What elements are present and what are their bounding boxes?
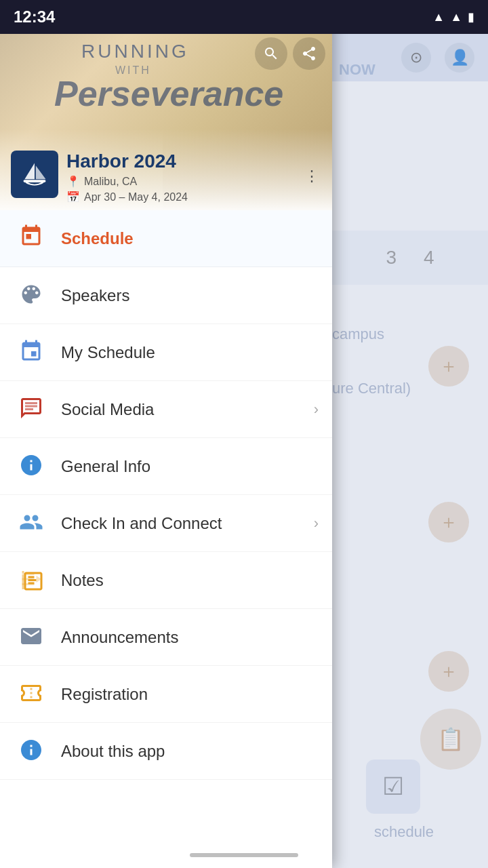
- wifi-icon: ▲: [432, 10, 445, 24]
- check-in-icon: [19, 510, 43, 537]
- drawer: RUNNING WITH Perseverance: [0, 0, 332, 868]
- notes-icon-wrap: [14, 563, 49, 598]
- check-in-icon-wrap: [14, 506, 49, 541]
- status-bar: 12:34 ▲ ▲ ▮: [0, 0, 488, 34]
- conf-dates: 📅 Apr 30 – May 4, 2024: [66, 191, 188, 203]
- sidebar-item-general-info[interactable]: General Info: [0, 438, 332, 495]
- menu-list: Schedule Speakers My S: [0, 210, 332, 868]
- status-icons: ▲ ▲ ▮: [432, 9, 474, 24]
- social-icon: [19, 396, 43, 423]
- sidebar-item-registration[interactable]: Registration: [0, 666, 332, 723]
- notes-label: Notes: [61, 571, 319, 590]
- sidebar-item-speakers[interactable]: Speakers: [0, 267, 332, 324]
- general-info-icon: [19, 453, 43, 480]
- check-in-chevron-icon: ›: [314, 515, 319, 532]
- search-icon: [263, 45, 279, 62]
- conf-logo: [11, 151, 58, 198]
- notes-icon: [19, 567, 43, 594]
- social-media-label: Social Media: [61, 400, 314, 419]
- speakers-label: Speakers: [61, 286, 319, 305]
- schedule-label: Schedule: [61, 229, 319, 248]
- home-indicator: [190, 853, 298, 857]
- general-info-icon-wrap: [14, 449, 49, 484]
- dim-overlay: [332, 0, 488, 868]
- banner-perseverance-text: Perseverance: [54, 75, 283, 113]
- conf-title: Harbor 2024: [66, 151, 188, 172]
- more-options-button[interactable]: ⋮: [298, 163, 325, 190]
- sidebar-item-check-in[interactable]: Check In and Connect ›: [0, 495, 332, 552]
- general-info-label: General Info: [61, 457, 319, 476]
- share-button[interactable]: [293, 37, 325, 70]
- social-chevron-icon: ›: [314, 401, 319, 418]
- sidebar-item-my-schedule[interactable]: My Schedule: [0, 324, 332, 381]
- calendar-small-icon: 📅: [66, 191, 80, 203]
- conf-info: Harbor 2024 📍 Malibu, CA 📅 Apr 30 – May …: [11, 151, 291, 203]
- announcements-icon-wrap: [14, 620, 49, 655]
- signal-icon: ▲: [450, 10, 462, 24]
- speakers-icon-wrap: [14, 278, 49, 313]
- my-schedule-label: My Schedule: [61, 343, 319, 362]
- location-icon: 📍: [66, 175, 80, 188]
- check-in-label: Check In and Connect: [61, 514, 314, 533]
- sidebar-item-about[interactable]: About this app: [0, 723, 332, 780]
- announcements-icon: [19, 624, 43, 651]
- my-schedule-icon: [19, 339, 43, 366]
- header-actions: [255, 37, 325, 70]
- sidebar-item-social-media[interactable]: Social Media ›: [0, 381, 332, 438]
- my-schedule-icon-wrap: [14, 335, 49, 370]
- sailboat-icon: [20, 159, 49, 189]
- registration-label: Registration: [61, 685, 319, 704]
- conf-details: Harbor 2024 📍 Malibu, CA 📅 Apr 30 – May …: [66, 151, 188, 203]
- banner-running-text: RUNNING: [81, 41, 189, 62]
- registration-icon: [19, 681, 43, 708]
- announcements-label: Announcements: [61, 628, 319, 647]
- battery-icon: ▮: [468, 9, 474, 24]
- search-button[interactable]: [255, 37, 287, 70]
- share-icon: [301, 45, 317, 62]
- status-time: 12:34: [14, 7, 55, 26]
- sidebar-item-notes[interactable]: Notes: [0, 552, 332, 609]
- social-icon-wrap: [14, 392, 49, 427]
- sidebar-item-announcements[interactable]: Announcements: [0, 609, 332, 666]
- about-icon: [19, 738, 43, 765]
- registration-icon-wrap: [14, 677, 49, 712]
- sidebar-item-schedule[interactable]: Schedule: [0, 210, 332, 267]
- conf-location: 📍 Malibu, CA: [66, 175, 188, 188]
- about-label: About this app: [61, 742, 319, 761]
- schedule-icon: [19, 224, 43, 254]
- about-icon-wrap: [14, 734, 49, 769]
- speakers-icon: [19, 282, 43, 309]
- schedule-icon-wrap: [14, 221, 49, 256]
- svg-rect-0: [24, 180, 46, 182]
